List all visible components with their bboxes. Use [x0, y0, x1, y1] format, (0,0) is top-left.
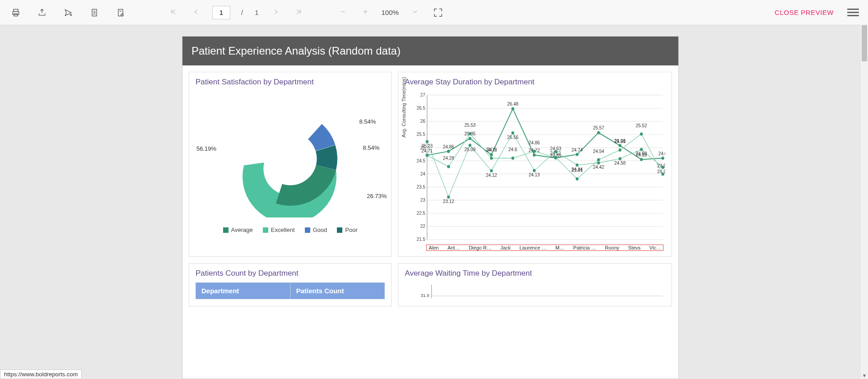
svg-text:24.42: 24.42: [593, 165, 604, 170]
x-category: M…: [555, 245, 565, 250]
svg-text:25.57: 25.57: [593, 125, 604, 131]
zoom-level: 100%: [382, 9, 399, 16]
export-icon[interactable]: [35, 6, 49, 19]
x-category: Roony: [605, 245, 620, 250]
zoom-in-icon[interactable]: [359, 6, 372, 18]
svg-point-85: [640, 148, 643, 151]
scroll-down-icon[interactable]: ▼: [861, 373, 868, 378]
svg-point-65: [426, 140, 429, 143]
x-category: Stevs: [628, 245, 641, 250]
svg-text:24.74: 24.74: [572, 147, 583, 153]
stay-duration-title: Average Stay Duration by Department: [405, 78, 665, 87]
svg-text:22.5: 22.5: [417, 211, 426, 216]
x-category: Diego R…: [469, 245, 492, 250]
donut-chart: [232, 100, 349, 217]
svg-text:22: 22: [420, 224, 425, 229]
svg-text:24.13: 24.13: [529, 172, 540, 178]
svg-text:23.12: 23.12: [443, 199, 454, 204]
close-preview-button[interactable]: CLOSE PREVIEW: [775, 9, 834, 16]
x-category: Vic…: [649, 245, 661, 250]
svg-point-96: [512, 157, 514, 160]
zoom-dropdown-icon[interactable]: [409, 6, 421, 18]
svg-text:25.5: 25.5: [417, 132, 426, 137]
svg-text:23.81: 23.81: [572, 168, 583, 173]
svg-rect-0: [14, 9, 18, 11]
zoom-out-icon[interactable]: [336, 6, 349, 18]
document-settings-icon[interactable]: [114, 6, 127, 19]
svg-point-98: [533, 150, 536, 153]
fit-page-icon[interactable]: [431, 6, 445, 19]
first-page-icon[interactable]: [167, 6, 180, 18]
svg-point-67: [447, 195, 450, 199]
scrollbar-thumb[interactable]: [862, 25, 867, 61]
svg-text:31.5: 31.5: [421, 293, 430, 298]
legend-excellent: Excellent: [271, 226, 295, 233]
svg-point-43: [447, 150, 450, 153]
report-viewport: Patient Experience Analysis (Random data…: [0, 25, 861, 379]
svg-point-90: [447, 165, 450, 168]
legend-good: Good: [313, 226, 327, 233]
legend-average: Average: [231, 226, 253, 233]
hamburger-menu-icon[interactable]: [847, 7, 859, 18]
slice-label-poor: 8.54%: [363, 144, 379, 151]
svg-text:24.63: 24.63: [550, 146, 561, 152]
svg-point-81: [597, 161, 600, 164]
waiting-time-title: Average Waiting Time by Department: [405, 269, 665, 278]
svg-point-3: [70, 14, 71, 15]
print-icon[interactable]: [9, 6, 23, 19]
svg-text:24.86: 24.86: [443, 144, 454, 149]
next-page-icon[interactable]: [270, 6, 282, 18]
waiting-chart: 31.5: [405, 282, 665, 300]
svg-text:24: 24: [420, 171, 425, 176]
svg-point-71: [490, 169, 493, 172]
svg-text:24.12: 24.12: [486, 172, 497, 178]
svg-text:24.86: 24.86: [529, 140, 540, 146]
svg-point-55: [576, 153, 579, 156]
svg-text:24.6: 24.6: [509, 147, 518, 153]
slice-label-excellent: 56.19%: [196, 145, 216, 152]
waiting-time-card: Average Waiting Time by Department 31.5: [398, 263, 672, 306]
svg-text:24.6: 24.6: [487, 147, 496, 153]
vertical-scrollbar[interactable]: ▲ ▼: [861, 25, 868, 379]
svg-text:24.28: 24.28: [443, 155, 454, 161]
satisfaction-title: Patient Satisfaction by Department: [196, 78, 385, 87]
slice-label-average: 26.73%: [367, 193, 387, 199]
svg-point-45: [469, 137, 471, 140]
svg-text:26: 26: [420, 119, 425, 124]
svg-point-73: [512, 131, 514, 134]
document-icon[interactable]: [88, 6, 101, 19]
svg-point-94: [490, 157, 493, 160]
svg-text:24.6: 24.6: [658, 151, 665, 157]
svg-point-61: [640, 158, 643, 161]
svg-text:24.93: 24.93: [636, 151, 647, 157]
svg-text:23.99: 23.99: [658, 163, 665, 168]
patients-count-card: Patients Count by Department Department …: [189, 263, 392, 306]
svg-point-69: [469, 143, 471, 147]
svg-rect-8: [118, 9, 123, 16]
status-bar-url: https://www.boldreports.com: [0, 370, 82, 379]
send-icon[interactable]: [61, 6, 75, 19]
svg-text:25.56: 25.56: [507, 134, 518, 140]
svg-point-75: [533, 169, 536, 172]
line-chart: 21.52222.52323.52424.52525.52626.52724.7…: [405, 91, 665, 245]
svg-text:23.5: 23.5: [417, 184, 426, 190]
y-axis-label: Avg. Consulting Time(mins): [401, 77, 406, 138]
svg-text:25.52: 25.52: [636, 123, 647, 128]
svg-text:26.5: 26.5: [417, 106, 426, 111]
x-category: Patricia …: [573, 245, 596, 250]
stay-duration-card: Average Stay Duration by Department Avg.…: [398, 72, 672, 257]
svg-point-110: [662, 173, 664, 176]
table-col-count: Patients Count: [290, 282, 385, 299]
svg-text:25.09: 25.09: [465, 147, 476, 153]
toolbar: / 1 100% CLOSE PREVIEW: [0, 0, 868, 25]
svg-point-104: [597, 158, 600, 162]
svg-text:27: 27: [420, 92, 425, 98]
svg-point-108: [640, 132, 643, 135]
page-number-input[interactable]: [212, 6, 230, 19]
svg-point-47: [490, 153, 493, 156]
last-page-icon[interactable]: [292, 6, 305, 18]
x-category: Jack: [500, 245, 511, 250]
table-header: Department Patients Count: [196, 282, 385, 299]
slice-label-good: 8.54%: [359, 118, 376, 125]
prev-page-icon[interactable]: [190, 6, 202, 18]
